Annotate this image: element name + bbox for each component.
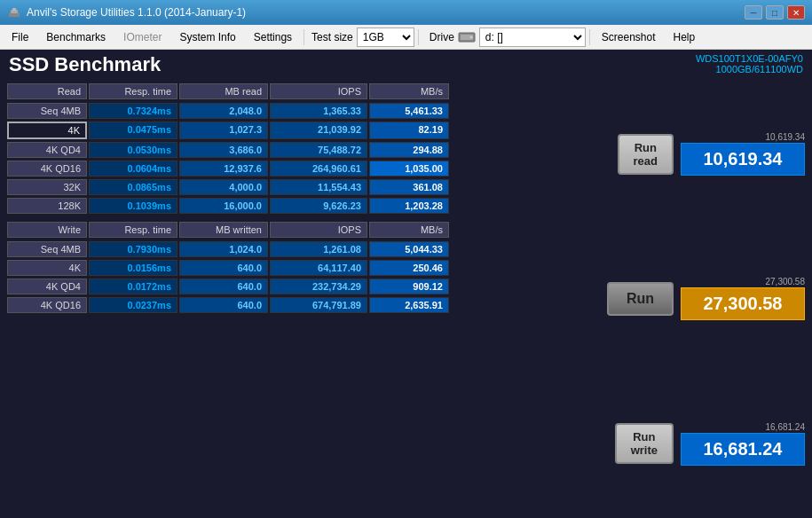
svg-rect-2 [12, 8, 16, 11]
read-label-5: 128K [7, 198, 87, 214]
read-mbs-0: 5,461.33 [369, 103, 449, 119]
read-iops-2: 75,488.72 [270, 142, 367, 158]
write-resp-3: 0.0237ms [89, 297, 177, 313]
write-header: Write Resp. time MB written IOPS MB/s [7, 222, 620, 238]
read-iops-1: 21,039.92 [270, 122, 367, 139]
titlebar-left: Anvil's Storage Utilities 1.1.0 (2014-Ja… [7, 5, 246, 20]
write-row-2: 4K QD4 0.0172ms 640.0 232,734.29 909.12 [7, 279, 620, 294]
write-mbs-1: 250.46 [369, 260, 449, 276]
menu-iometer[interactable]: IOmeter [115, 27, 169, 47]
read-resp-3: 0.0604ms [89, 161, 177, 177]
read-row-3: 4K QD16 0.0604ms 12,937.6 264,960.61 1,0… [7, 161, 620, 177]
write-resp-2: 0.0172ms [89, 279, 177, 294]
right-panel: Run read 10,619.34 10,619.34 Run 27,300.… [627, 83, 805, 514]
write-iops-2: 232,734.29 [270, 279, 367, 294]
header-drive-info: WDS100T1X0E-00AFY0 1000GB/611100WD [696, 53, 803, 75]
read-score-box: 10,619.34 [681, 143, 805, 176]
run-button[interactable]: Run [607, 282, 674, 316]
read-iops-0: 1,365.33 [270, 103, 367, 119]
total-score-box: 27,300.58 [681, 287, 805, 320]
close-button[interactable]: ✕ [787, 5, 805, 20]
titlebar-controls[interactable]: ─ □ ✕ [745, 5, 805, 20]
write-iops-0: 1,261.08 [270, 241, 367, 257]
write-mb-1: 640.0 [179, 260, 268, 276]
benchmark-table: Read Resp. time MB read IOPS MB/s Seq 4M… [7, 83, 620, 514]
write-label-1: 4K [7, 260, 87, 276]
read-header: Read Resp. time MB read IOPS MB/s [7, 83, 620, 99]
write-col-header-iops: IOPS [270, 222, 367, 238]
read-col-header-resp: Resp. time [89, 83, 177, 99]
read-col-header-mb: MB read [179, 83, 268, 99]
total-score-block: Run 27,300.58 27,300.58 [627, 277, 805, 320]
content: Read Resp. time MB read IOPS MB/s Seq 4M… [0, 80, 812, 518]
read-mbs-5: 1,203.28 [369, 198, 449, 214]
menu-separator-2 [418, 29, 419, 45]
read-mb-2: 3,686.0 [179, 142, 268, 158]
write-resp-0: 0.7930ms [89, 241, 177, 257]
read-resp-4: 0.0865ms [89, 179, 177, 195]
read-resp-2: 0.0530ms [89, 142, 177, 158]
read-row-1: 4K 0.0475ms 1,027.3 21,039.92 82.19 [7, 122, 620, 139]
run-write-button[interactable]: Run write [615, 423, 674, 464]
read-score-block: Run read 10,619.34 10,619.34 [627, 132, 805, 176]
read-col-header-label: Read [7, 83, 87, 99]
menu-sysinfo[interactable]: System Info [171, 27, 243, 47]
read-mb-0: 2,048.0 [179, 103, 268, 119]
maximize-button[interactable]: □ [766, 5, 784, 20]
write-iops-1: 64,117.40 [270, 260, 367, 276]
write-row-3: 4K QD16 0.0237ms 640.0 674,791.89 2,635.… [7, 297, 620, 313]
write-mbs-0: 5,044.33 [369, 241, 449, 257]
menubar: File Benchmarks IOmeter System Info Sett… [0, 25, 812, 50]
menu-settings[interactable]: Settings [246, 27, 300, 47]
drive-select[interactable]: d: [] [479, 27, 586, 47]
read-row-4: 32K 0.0865ms 4,000.0 11,554.43 361.08 [7, 179, 620, 195]
main-area: SSD Benchmark WDS100T1X0E-00AFY0 1000GB/… [0, 50, 812, 518]
write-label-2: 4K QD4 [7, 279, 87, 294]
menu-benchmarks[interactable]: Benchmarks [38, 27, 114, 47]
minimize-button[interactable]: ─ [745, 5, 762, 20]
header-title: SSD Benchmark [9, 53, 161, 76]
read-label-4: 32K [7, 179, 87, 195]
write-mb-3: 640.0 [179, 297, 268, 313]
svg-point-5 [469, 35, 473, 39]
read-mbs-2: 294.88 [369, 142, 449, 158]
read-col-header-mbs: MB/s [369, 83, 449, 99]
write-resp-1: 0.0156ms [89, 260, 177, 276]
read-iops-5: 9,626.23 [270, 198, 367, 214]
drive-info-line1: WDS100T1X0E-00AFY0 [696, 53, 803, 64]
header: SSD Benchmark WDS100T1X0E-00AFY0 1000GB/… [0, 50, 812, 80]
write-score-box: 16,681.24 [681, 433, 805, 466]
menu-file[interactable]: File [4, 27, 36, 47]
read-mb-3: 12,937.6 [179, 161, 268, 177]
read-label-1: 4K [7, 122, 87, 139]
titlebar-title: Anvil's Storage Utilities 1.1.0 (2014-Ja… [27, 6, 246, 19]
read-mb-1: 1,027.3 [179, 122, 268, 139]
write-col-header-mb: MB written [179, 222, 268, 238]
write-col-header-label: Write [7, 222, 87, 238]
menu-help[interactable]: Help [666, 27, 704, 47]
write-col-header-resp: Resp. time [89, 222, 177, 238]
write-score-small: 16,681.24 [681, 422, 805, 432]
read-iops-4: 11,554.43 [270, 179, 367, 195]
write-label-0: Seq 4MB [7, 241, 87, 257]
read-mb-5: 16,000.0 [179, 198, 268, 214]
read-score-small: 10,619.34 [681, 132, 805, 142]
read-col-header-iops: IOPS [270, 83, 367, 99]
test-size-select[interactable]: 1GB 512MB 256MB [357, 27, 414, 47]
read-resp-1: 0.0475ms [89, 122, 177, 139]
app-icon [7, 5, 21, 20]
test-size-group: Test size 1GB 512MB 256MB [311, 27, 414, 47]
menu-screenshot[interactable]: Screenshot [594, 27, 664, 47]
write-score-block: Run write 16,681.24 16,681.24 [627, 422, 805, 466]
write-label-3: 4K QD16 [7, 297, 87, 313]
read-label-0: Seq 4MB [7, 103, 87, 119]
read-iops-3: 264,960.61 [270, 161, 367, 177]
run-read-button[interactable]: Run read [618, 134, 674, 175]
read-label-2: 4K QD4 [7, 142, 87, 158]
read-mb-4: 4,000.0 [179, 179, 268, 195]
write-iops-3: 674,791.89 [270, 297, 367, 313]
test-size-label: Test size [311, 31, 353, 43]
titlebar: Anvil's Storage Utilities 1.1.0 (2014-Ja… [0, 0, 812, 25]
read-mbs-3: 1,035.00 [369, 161, 449, 177]
read-row-5: 128K 0.1039ms 16,000.0 9,626.23 1,203.28 [7, 198, 620, 214]
